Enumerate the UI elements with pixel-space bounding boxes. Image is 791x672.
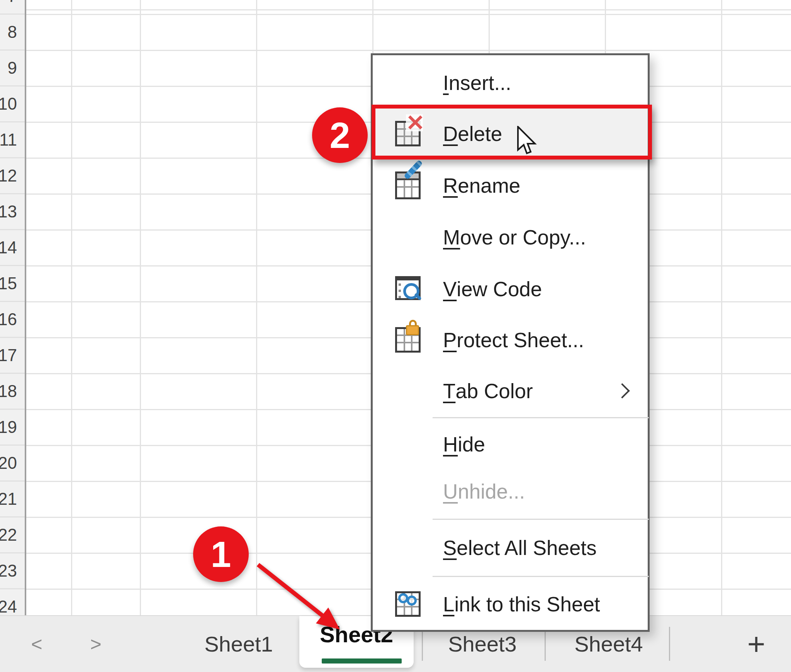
row-header[interactable]: 10 <box>0 87 25 122</box>
row-header[interactable]: 23 <box>0 553 25 589</box>
menu-item-insert[interactable]: Insert... <box>373 57 648 108</box>
view-code-icon <box>390 263 433 314</box>
active-tab-underline <box>322 658 402 664</box>
menu-item-protect-sheet-label: Protect Sheet... <box>443 314 584 365</box>
row-header[interactable]: 14 <box>0 230 25 266</box>
row-header[interactable]: 8 <box>0 15 25 51</box>
row-header-column: 789101112131415161718192021222324 <box>0 0 26 615</box>
row-header[interactable]: 20 <box>0 446 25 482</box>
menu-separator <box>433 417 649 418</box>
menu-item-select-all-sheets-label: Select All Sheets <box>443 522 597 573</box>
menu-item-tab-color-label: Tab Color <box>443 365 533 416</box>
submenu-chevron-icon <box>614 383 630 399</box>
menu-item-hide-label: Hide <box>443 419 485 470</box>
menu-item-move-or-copy-label: Move or Copy... <box>443 212 586 263</box>
step-1-number: 1 <box>211 533 231 575</box>
menu-separator <box>433 576 649 577</box>
row-header[interactable]: 7 <box>0 0 25 15</box>
menu-item-view-code[interactable]: View Code <box>373 263 648 314</box>
link-sheet-icon <box>390 579 433 630</box>
row-header[interactable]: 17 <box>0 338 25 374</box>
tab-divider <box>422 627 423 661</box>
step-2-number: 2 <box>330 114 350 156</box>
step-2-highlight-rectangle <box>372 105 652 160</box>
menu-item-rename[interactable]: Rename <box>373 160 648 211</box>
row-header[interactable]: 16 <box>0 302 25 338</box>
row-header[interactable]: 12 <box>0 158 25 194</box>
protect-sheet-icon <box>390 314 433 365</box>
prev-sheet-icon[interactable]: < <box>19 616 54 672</box>
row-header[interactable]: 18 <box>0 374 25 410</box>
menu-item-move-or-copy[interactable]: Move or Copy... <box>373 212 648 263</box>
row-header[interactable]: 22 <box>0 518 25 553</box>
step-1-badge: 1 <box>193 526 249 582</box>
mouse-cursor-icon <box>517 126 538 157</box>
row-header[interactable]: 24 <box>0 589 25 615</box>
row-header[interactable]: 15 <box>0 266 25 302</box>
add-sheet-button[interactable]: + <box>732 616 780 672</box>
table-rename-icon <box>390 160 433 211</box>
step-2-badge: 2 <box>312 107 368 163</box>
menu-item-link-to-this-sheet-label: Link to this Sheet <box>443 579 600 630</box>
row-header[interactable]: 21 <box>0 482 25 518</box>
annotation-arrow <box>247 552 355 641</box>
row-header[interactable]: 19 <box>0 410 25 446</box>
excel-window: 789101112131415161718192021222324 < > Sh… <box>0 0 791 672</box>
tab-divider <box>669 627 670 661</box>
menu-item-tab-color[interactable]: Tab Color <box>373 365 648 416</box>
tab-divider <box>545 627 546 661</box>
menu-item-unhide[interactable]: Unhide... <box>373 466 648 517</box>
row-header[interactable]: 11 <box>0 122 25 158</box>
next-sheet-icon[interactable]: > <box>78 616 113 672</box>
menu-item-insert-label: Insert... <box>443 57 511 108</box>
menu-separator <box>433 519 649 520</box>
menu-item-view-code-label: View Code <box>443 263 542 314</box>
row-header[interactable]: 9 <box>0 51 25 87</box>
menu-item-unhide-label: Unhide... <box>443 466 525 517</box>
menu-item-hide[interactable]: Hide <box>373 419 648 470</box>
menu-item-link-to-this-sheet[interactable]: Link to this Sheet <box>373 579 648 630</box>
row-header[interactable]: 13 <box>0 194 25 230</box>
menu-item-select-all-sheets[interactable]: Select All Sheets <box>373 522 648 573</box>
menu-item-protect-sheet[interactable]: Protect Sheet... <box>373 314 648 365</box>
menu-item-rename-label: Rename <box>443 160 520 211</box>
